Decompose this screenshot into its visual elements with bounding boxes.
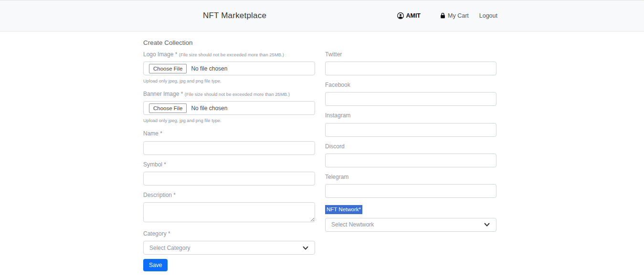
- brand-title: NFT Marketplace: [203, 11, 266, 21]
- twitter-label: Twitter: [325, 51, 496, 58]
- cart-bag-icon: [440, 12, 446, 19]
- save-button[interactable]: Save: [143, 259, 168, 271]
- logo-file-status: No file chosen: [191, 65, 227, 72]
- header: NFT Marketplace AMIT My Cart Logout: [0, 0, 644, 31]
- instagram-field[interactable]: [325, 123, 496, 137]
- banner-image-group: Banner Image * (File size should not be …: [143, 91, 315, 123]
- name-field[interactable]: [143, 141, 315, 155]
- banner-choose-file-button[interactable]: Choose File: [149, 103, 187, 113]
- facebook-label: Facebook: [325, 82, 496, 88]
- logout-label: Logout: [479, 12, 497, 19]
- nft-network-label: NFT Network*: [325, 205, 362, 214]
- category-selected-value: Select Category: [149, 245, 190, 251]
- create-collection-form: Create Collection Logo Image * (File siz…: [143, 31, 496, 271]
- network-selected-value: Select Newtwork: [331, 221, 374, 228]
- category-select[interactable]: Select Category: [143, 241, 315, 255]
- twitter-field[interactable]: [325, 62, 496, 75]
- telegram-label: Telegram: [325, 174, 496, 180]
- banner-file-status: No file chosen: [191, 105, 227, 112]
- description-field[interactable]: [143, 202, 315, 222]
- nft-network-select[interactable]: Select Newtwork: [325, 218, 496, 232]
- person-circle-icon: [397, 12, 404, 19]
- form-left-column: Logo Image * (File size should not be ex…: [143, 51, 315, 271]
- nft-network-group: NFT Network* Select Newtwork: [325, 205, 496, 232]
- user-name-label: AMIT: [406, 12, 421, 19]
- logo-help-text: Upload only jpeg, jpg and png file type.: [143, 78, 315, 83]
- my-cart-label: My Cart: [448, 12, 469, 19]
- twitter-group: Twitter: [325, 51, 496, 75]
- logo-image-group: Logo Image * (File size should not be ex…: [143, 51, 315, 83]
- category-label: Category *: [143, 231, 315, 237]
- facebook-group: Facebook: [325, 82, 496, 106]
- banner-help-text: Upload only jpeg, jpg and png file type.: [143, 118, 315, 123]
- banner-file-input[interactable]: Choose File No file chosen: [143, 101, 315, 115]
- my-cart-link[interactable]: My Cart: [440, 12, 469, 19]
- description-label: Description *: [143, 192, 315, 198]
- discord-group: Discord: [325, 144, 496, 167]
- instagram-group: Instagram: [325, 113, 496, 136]
- chevron-down-icon: [484, 221, 490, 228]
- category-group: Category * Select Category: [143, 231, 315, 255]
- logout-link[interactable]: Logout: [479, 12, 497, 19]
- banner-image-label: Banner Image * (File size should not be …: [143, 91, 315, 97]
- symbol-label: Symbol *: [143, 162, 315, 168]
- description-group: Description *: [143, 192, 315, 224]
- telegram-group: Telegram: [325, 174, 496, 198]
- logo-choose-file-button[interactable]: Choose File: [149, 64, 187, 73]
- page-title: Create Collection: [143, 39, 496, 46]
- name-label: Name *: [143, 131, 315, 137]
- facebook-field[interactable]: [325, 92, 496, 106]
- telegram-field[interactable]: [325, 184, 496, 198]
- instagram-label: Instagram: [325, 113, 496, 119]
- user-menu[interactable]: AMIT: [397, 12, 421, 19]
- logo-size-note: (File size should not be exceeded more t…: [179, 52, 284, 57]
- symbol-field[interactable]: [143, 172, 315, 185]
- logo-file-input[interactable]: Choose File No file chosen: [143, 62, 315, 75]
- symbol-group: Symbol *: [143, 162, 315, 185]
- form-right-column: Twitter Facebook Instagram Discord Teleg…: [325, 51, 496, 232]
- discord-field[interactable]: [325, 154, 496, 167]
- chevron-down-icon: [302, 245, 309, 251]
- header-nav: AMIT My Cart Logout: [397, 12, 497, 19]
- name-group: Name *: [143, 131, 315, 154]
- banner-size-note: (File size should not be exceeded more t…: [185, 92, 290, 97]
- logo-image-label: Logo Image * (File size should not be ex…: [143, 51, 315, 58]
- discord-label: Discord: [325, 144, 496, 150]
